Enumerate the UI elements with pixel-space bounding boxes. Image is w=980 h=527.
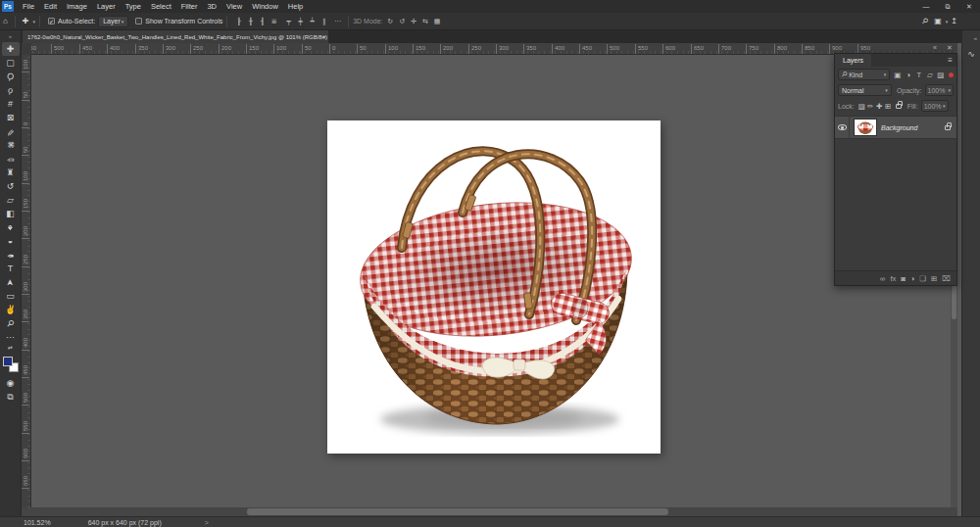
3d-scale-icon[interactable]: ▦ <box>432 18 443 25</box>
collapsed-panel-icon[interactable]: ∿ <box>967 49 975 59</box>
layer-name[interactable]: Background <box>881 124 917 131</box>
lock-all-icon[interactable] <box>896 104 902 109</box>
status-menu-arrow[interactable]: > <box>205 519 209 526</box>
auto-select-target-dropdown[interactable]: Layer ▾ <box>98 16 128 27</box>
lock-artboard-icon[interactable]: ⊞ <box>884 102 893 111</box>
screen-mode-button[interactable]: ⧉ <box>2 390 20 404</box>
zoom-tool[interactable]: ⚲ <box>2 316 20 330</box>
menu-image[interactable]: Image <box>62 0 92 13</box>
new-group-icon[interactable]: ❏ <box>919 274 926 283</box>
type-tool[interactable]: T <box>2 262 20 275</box>
history-brush-tool[interactable]: ↺ <box>2 179 20 193</box>
layers-tab[interactable]: Layers <box>835 54 871 67</box>
eraser-tool[interactable]: ▱ <box>2 193 20 207</box>
align-bottom-edges-icon[interactable]: ┷ <box>307 18 318 25</box>
edit-toolbar-button[interactable]: ··· <box>2 330 20 344</box>
restore-button[interactable]: ⧉ <box>937 0 958 13</box>
layer-row-background[interactable]: Background <box>835 116 956 139</box>
align-vertical-centers-icon[interactable]: ┿ <box>295 18 306 25</box>
lock-position-icon[interactable]: ✚ <box>875 102 884 111</box>
filter-adjustment-layers-icon[interactable]: ◑ <box>903 71 913 79</box>
share-icon[interactable]: ↥ <box>948 17 960 25</box>
crop-tool[interactable]: # <box>2 97 20 111</box>
menu-help[interactable]: Help <box>283 0 308 13</box>
minimize-button[interactable]: — <box>915 0 937 13</box>
menu-3d[interactable]: 3D <box>202 0 221 13</box>
brush-tool[interactable]: ✏ <box>2 152 20 166</box>
fill-field[interactable]: 100% ▾ <box>921 100 949 112</box>
move-tool-preset-icon[interactable]: ✚ <box>20 17 32 25</box>
link-layers-icon[interactable]: ∞ <box>880 274 885 283</box>
lasso-tool[interactable]: Ϙ <box>2 70 20 83</box>
panel-menu-icon[interactable]: ≡ <box>948 56 956 65</box>
pen-tool[interactable]: ✒ <box>2 248 20 262</box>
align-left-edges-icon[interactable]: ┠ <box>233 18 244 25</box>
hand-tool[interactable]: ✌ <box>2 303 20 316</box>
panel-close-button[interactable]: ✕ <box>947 44 953 52</box>
lock-image-pixels-icon[interactable]: ✏ <box>866 102 875 111</box>
gradient-tool[interactable]: ◧ <box>2 207 20 220</box>
layer-style-icon[interactable]: fx <box>890 274 896 283</box>
menu-edit[interactable]: Edit <box>39 0 62 13</box>
menu-view[interactable]: View <box>221 0 247 13</box>
move-tool[interactable]: ✚ <box>2 42 20 56</box>
pasteboard[interactable] <box>22 55 957 507</box>
frame-tool[interactable]: ⊠ <box>2 111 20 124</box>
more-options-icon[interactable]: ··· <box>331 18 344 24</box>
workspace-switcher-icon[interactable]: ▣ <box>931 17 945 25</box>
show-transform-checkbox[interactable] <box>135 18 142 24</box>
marquee-tool[interactable]: ▢ <box>2 56 20 70</box>
rectangle-tool[interactable]: ▭ <box>2 289 20 303</box>
close-button[interactable]: ✕ <box>958 0 980 13</box>
filter-toggle-icon[interactable] <box>949 72 954 77</box>
vertical-ruler[interactable]: 1005005010015020025030035040045050055060… <box>22 55 31 507</box>
distribute-horizontal-icon[interactable]: ≣ <box>269 18 279 25</box>
foreground-color-swatch[interactable] <box>3 357 13 366</box>
lock-transparent-pixels-icon[interactable]: ▨ <box>858 102 866 111</box>
delete-layer-icon[interactable]: ⌧ <box>942 274 951 283</box>
new-adjustment-layer-icon[interactable]: ◑ <box>910 274 915 283</box>
panel-collapse-button[interactable]: « <box>933 44 937 51</box>
quick-mask-button[interactable]: ◉ <box>2 376 20 390</box>
clone-stamp-tool[interactable]: ♜ <box>2 166 20 179</box>
zoom-level[interactable]: 101.52% <box>24 519 51 526</box>
path-selection-tool[interactable]: ➤ <box>2 275 20 289</box>
layer-visibility-toggle[interactable] <box>835 116 850 139</box>
toolbar-expand-icon[interactable]: » <box>9 30 12 42</box>
3d-roll-icon[interactable]: ↺ <box>397 18 408 25</box>
blend-mode-dropdown[interactable]: Normal ▾ <box>838 84 892 96</box>
dock-expand-icon[interactable]: « <box>974 33 980 43</box>
filter-pixel-layers-icon[interactable]: ▣ <box>892 71 903 79</box>
distribute-vertical-icon[interactable]: ∥ <box>318 18 329 25</box>
healing-brush-tool[interactable]: ✙ <box>2 138 20 152</box>
3d-slide-icon[interactable]: ⇆ <box>420 18 431 25</box>
swap-colors-icon[interactable]: ⇄ <box>8 344 13 353</box>
menu-filter[interactable]: Filter <box>176 0 203 13</box>
layer-thumbnail[interactable] <box>854 119 877 136</box>
eyedropper-tool[interactable]: ✐ <box>2 124 20 138</box>
add-layer-mask-icon[interactable]: ◙ <box>901 274 906 283</box>
home-icon[interactable]: ⌂ <box>0 17 11 25</box>
blur-tool[interactable]: ♠ <box>2 220 20 234</box>
menu-select[interactable]: Select <box>146 0 176 13</box>
new-layer-icon[interactable]: ⊞ <box>931 274 937 283</box>
align-right-edges-icon[interactable]: ┨ <box>257 18 268 25</box>
3d-pan-icon[interactable]: ✢ <box>409 18 419 25</box>
document-tab[interactable]: 1762-0w0h0_Natural_Wicker_Basket_Two_Han… <box>23 30 328 43</box>
filter-shape-layers-icon[interactable]: ▱ <box>924 71 935 79</box>
document-canvas[interactable] <box>327 120 661 454</box>
horizontal-ruler[interactable]: 5505004504003503002502001501005005010015… <box>22 43 957 55</box>
layer-filter-dropdown[interactable]: ⚲ Kind ▾ <box>838 69 890 80</box>
menu-type[interactable]: Type <box>121 0 146 13</box>
object-selection-tool[interactable]: ϙ <box>2 83 20 97</box>
filter-type-layers-icon[interactable]: T <box>913 71 924 79</box>
menu-window[interactable]: Window <box>247 0 283 13</box>
align-top-edges-icon[interactable]: ┯ <box>283 18 294 25</box>
filter-smart-objects-icon[interactable]: ▨ <box>935 71 946 79</box>
dodge-tool[interactable]: ◒ <box>2 234 20 248</box>
menu-file[interactable]: File <box>18 0 39 13</box>
auto-select-checkbox[interactable]: ✓ <box>48 18 55 24</box>
opacity-field[interactable]: 100% ▾ <box>925 84 954 96</box>
align-horizontal-centers-icon[interactable]: ╂ <box>245 18 256 25</box>
menu-layer[interactable]: Layer <box>92 0 121 13</box>
